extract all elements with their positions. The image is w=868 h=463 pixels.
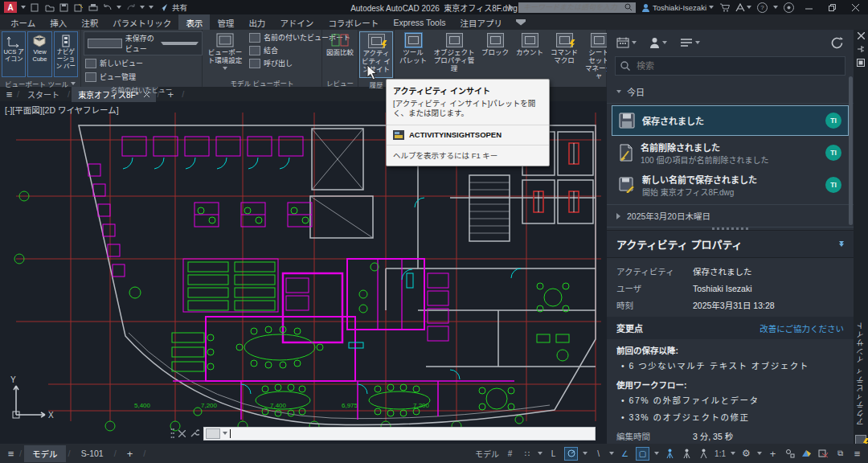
object-snap-icon[interactable] xyxy=(636,447,649,461)
clean-screen-icon[interactable] xyxy=(834,448,846,460)
file-tab-start[interactable]: スタート xyxy=(21,87,66,102)
polar-caret-icon[interactable] xyxy=(583,452,588,455)
collapse-section-icon[interactable] xyxy=(839,241,844,247)
palette-properties-icon[interactable] xyxy=(857,59,865,67)
share-label[interactable]: 共有 xyxy=(172,2,187,13)
save-as-icon[interactable] xyxy=(73,2,84,13)
help-search-input[interactable] xyxy=(522,2,622,12)
help-search-box[interactable] xyxy=(518,2,636,13)
autoscale-icon[interactable] xyxy=(681,448,693,460)
status-model-label[interactable]: モデル xyxy=(475,448,499,460)
tab-manage[interactable]: 管理 xyxy=(210,14,241,30)
annotation-scale-person-icon[interactable] xyxy=(698,448,710,460)
open-file-icon[interactable] xyxy=(44,2,55,13)
view-list-dropdown[interactable]: 未保存のビュー xyxy=(84,31,203,55)
tab-addins[interactable]: アドイン xyxy=(272,14,321,30)
plot-icon[interactable] xyxy=(88,2,98,13)
snap-mode-icon[interactable] xyxy=(521,448,533,460)
undo-caret-icon[interactable] xyxy=(117,6,121,9)
panel-label-model-viewports[interactable]: モデル ビューポート xyxy=(203,78,321,88)
isodraft-icon[interactable] xyxy=(592,448,604,460)
tab-annotate[interactable]: 注釈 xyxy=(74,14,105,30)
new-view-button[interactable]: 新しいビュー xyxy=(84,57,145,69)
event-type-filter-button[interactable] xyxy=(680,38,700,47)
feedback-link[interactable]: 改善にご協力ください xyxy=(760,322,844,334)
command-wrench-icon[interactable] xyxy=(190,428,199,438)
command-macro-button[interactable]: コマンド マクロ xyxy=(548,31,580,76)
auto-hide-pin-icon[interactable] xyxy=(857,45,865,53)
viewport-config-button[interactable]: ビューポート環境設定 xyxy=(205,31,245,76)
minimize-button[interactable] xyxy=(800,0,817,14)
trim-extend-icon[interactable] xyxy=(817,448,829,460)
panel-label-review[interactable]: レビュー xyxy=(322,78,358,88)
autocad-logo-icon[interactable]: A xyxy=(4,2,17,13)
undo-icon[interactable] xyxy=(102,2,113,13)
layout-menu-icon[interactable] xyxy=(5,448,17,460)
command-line[interactable] xyxy=(170,426,596,440)
qat-customize-icon[interactable] xyxy=(149,6,154,9)
tool-palettes-button[interactable]: ツール パレット xyxy=(397,31,429,76)
group-today[interactable]: 今日 xyxy=(607,80,854,104)
palette-search-box[interactable] xyxy=(615,56,845,76)
notification-icon[interactable] xyxy=(784,2,794,13)
isolate-objects-icon[interactable] xyxy=(784,448,796,460)
panel-label-named-views[interactable]: 名前の付いたビュー xyxy=(81,84,202,94)
palette-close-icon[interactable] xyxy=(858,32,865,39)
polar-tracking-icon[interactable] xyxy=(564,447,578,461)
activity-item-purged[interactable]: 名前削除されました 100 個の項目が名前削除されました TI xyxy=(612,137,849,168)
palette-vertical-title[interactable]: アクティビティ インサイト xyxy=(855,322,866,426)
command-input-box[interactable] xyxy=(203,427,596,440)
user-filter-button[interactable] xyxy=(649,37,667,48)
graphics-performance-icon[interactable] xyxy=(800,448,813,460)
help-icon[interactable]: ? xyxy=(757,2,768,13)
annotation-visibility-icon[interactable] xyxy=(664,448,676,460)
help-caret-icon[interactable] xyxy=(773,6,778,9)
tab-view[interactable]: 表示 xyxy=(178,14,210,30)
osnap-caret-icon[interactable] xyxy=(654,452,659,455)
blocks-palette-button[interactable]: ブロック xyxy=(479,31,511,76)
tab-output[interactable]: 出力 xyxy=(241,14,272,30)
tab-collaborate[interactable]: コラボレート xyxy=(321,14,386,30)
layout-tab-s101[interactable]: S-101 xyxy=(73,446,112,461)
refresh-button[interactable] xyxy=(831,37,844,49)
file-tab-menu-icon[interactable] xyxy=(3,88,15,100)
new-file-icon[interactable] xyxy=(30,2,40,13)
tab-express-tools[interactable]: Express Tools xyxy=(386,14,452,30)
redo-icon[interactable] xyxy=(125,2,136,13)
navigation-bar-toggle[interactable]: ナビゲーション バー xyxy=(54,31,78,77)
palette-scrollbar[interactable] xyxy=(849,76,853,225)
restore-button[interactable] xyxy=(823,0,841,14)
annotation-scale-value[interactable]: 1:1 xyxy=(714,449,726,458)
ucs-icon-toggle[interactable]: UCS アイコン xyxy=(2,31,26,77)
app-menu-caret-icon[interactable] xyxy=(21,6,26,9)
grid-display-icon[interactable] xyxy=(504,448,516,460)
properties-palette-button[interactable]: オブジェクト プロパティ管理 xyxy=(432,31,477,76)
viewcube-toggle[interactable]: View Cube xyxy=(27,31,51,77)
save-icon[interactable] xyxy=(59,2,69,13)
drawing-compare-button[interactable]: 図面比較 xyxy=(324,31,356,76)
activity-item-saved[interactable]: 保存されました TI xyxy=(612,105,849,136)
ribbon-display-caret-icon[interactable] xyxy=(510,14,532,30)
count-palette-button[interactable]: カウント xyxy=(514,31,546,76)
object-snap-tracking-icon[interactable] xyxy=(619,448,631,460)
command-input[interactable] xyxy=(233,428,593,438)
cart-icon[interactable] xyxy=(719,3,730,12)
group-march-20[interactable]: 2025年3月20日木曜日 xyxy=(607,204,854,227)
isodraft-caret-icon[interactable] xyxy=(609,452,614,455)
share-icon[interactable] xyxy=(158,2,168,13)
command-grip-icon[interactable] xyxy=(170,428,174,439)
scale-caret-icon[interactable] xyxy=(731,452,735,455)
activity-properties-header[interactable]: アクティビティ プロパティ xyxy=(607,230,854,258)
snap-caret-icon[interactable] xyxy=(538,452,542,455)
search-expand-icon[interactable] xyxy=(509,4,513,10)
viewport-controls-label[interactable]: [-][平面図][2D ワイヤフレーム] xyxy=(5,104,119,116)
tab-parametric[interactable]: パラメトリック xyxy=(105,14,178,30)
status-plus-icon[interactable] xyxy=(767,448,779,460)
close-button[interactable] xyxy=(846,0,864,14)
signin-user-menu[interactable]: Toshiaki-Isezaki xyxy=(641,3,714,12)
search-icon[interactable] xyxy=(624,3,633,11)
tab-insert[interactable]: 挿入 xyxy=(43,14,74,30)
autodesk-apps-menu[interactable] xyxy=(735,3,751,11)
redo-caret-icon[interactable] xyxy=(140,6,145,9)
palette-search-input[interactable] xyxy=(635,60,840,72)
